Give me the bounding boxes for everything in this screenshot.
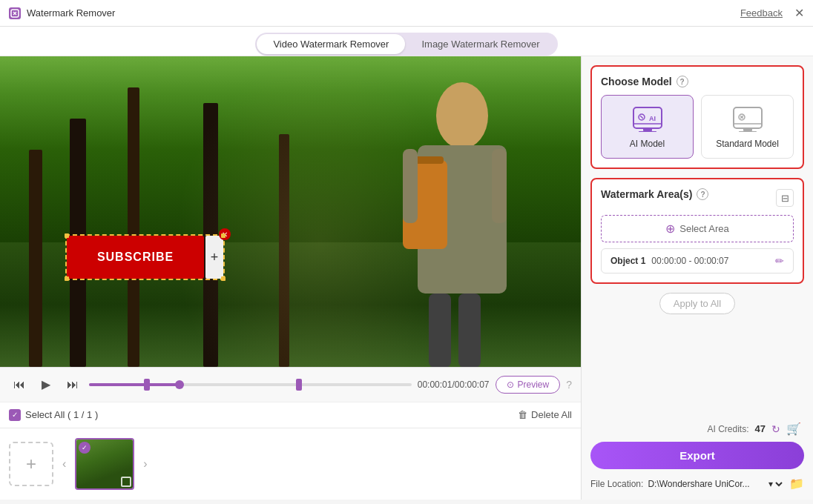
- delete-area-button[interactable]: ⊟: [776, 189, 794, 207]
- select-area-icon: ⊕: [665, 222, 675, 236]
- svg-rect-10: [458, 294, 481, 367]
- clip-corners-icon: [121, 477, 131, 487]
- tabs-container: Video Watermark Remover Image Watermark …: [0, 27, 813, 56]
- watermark-inner: SUBSCRIBE + ✕: [65, 234, 225, 280]
- svg-rect-17: [639, 131, 656, 132]
- svg-rect-24: [739, 131, 757, 132]
- ai-model-icon: AI: [630, 105, 665, 134]
- svg-rect-9: [429, 294, 451, 367]
- svg-rect-23: [743, 127, 752, 131]
- app-title: Watermark Remover: [27, 7, 115, 19]
- svg-rect-8: [492, 149, 507, 223]
- progress-thumb[interactable]: [175, 380, 184, 389]
- clip-check-icon: ✓: [79, 442, 90, 454]
- delete-all-button[interactable]: 🗑 Delete All: [518, 409, 572, 420]
- watermark-section-title: Watermark Area(s) ?: [601, 188, 708, 200]
- model-info-icon[interactable]: ?: [677, 76, 688, 87]
- bottom-panel: AI Credits: 47 ↻ 🛒 Export File Location:…: [590, 422, 804, 491]
- file-location-row: File Location: D:\Wondershare UniCor... …: [590, 477, 804, 491]
- folder-icon[interactable]: 📁: [789, 477, 804, 491]
- video-player: SUBSCRIBE + ✕: [0, 56, 581, 367]
- progress-track: [89, 383, 412, 386]
- corner-handle-tr[interactable]: [221, 233, 226, 238]
- apply-all-button[interactable]: Apply to All: [659, 293, 735, 314]
- tab-pill-group: Video Watermark Remover Image Watermark …: [255, 33, 557, 56]
- svg-rect-11: [633, 107, 662, 128]
- app-title-area: Watermark Remover: [9, 7, 115, 19]
- tab-video-watermark[interactable]: Video Watermark Remover: [257, 34, 405, 54]
- file-location-dropdown[interactable]: ▾: [766, 478, 785, 490]
- right-panel: Choose Model ? AI: [581, 56, 813, 500]
- select-all-checkbox-label[interactable]: ✓ Select All ( 1 / 1 ): [9, 409, 98, 421]
- svg-rect-16: [643, 127, 652, 131]
- step-forward-button[interactable]: ⏭: [62, 374, 83, 395]
- controls-bar: ⏮ ▶ ⏭ 00:00:01/00:00:07 ⊙ Preview ?: [0, 367, 581, 402]
- svg-line-14: [640, 116, 643, 119]
- edit-time-button[interactable]: ✏: [775, 255, 784, 267]
- progress-right-handle[interactable]: [296, 379, 302, 391]
- clip-thumbnail[interactable]: ✓: [75, 438, 134, 490]
- standard-model-icon: [730, 105, 766, 134]
- person-silhouette: [343, 71, 551, 367]
- close-button[interactable]: ✕: [794, 7, 804, 19]
- svg-text:AI: AI: [649, 115, 656, 122]
- step-back-button[interactable]: ⏮: [9, 374, 30, 395]
- file-location-value: D:\Wondershare UniCor...: [648, 479, 761, 489]
- model-section-title: Choose Model ?: [601, 76, 794, 87]
- corner-handle-bl[interactable]: [65, 276, 69, 281]
- play-button[interactable]: ▶: [36, 374, 56, 395]
- standard-model-option[interactable]: Standard Model: [701, 95, 794, 159]
- svg-rect-18: [734, 107, 762, 128]
- add-clip-button[interactable]: +: [9, 442, 53, 486]
- preview-icon: ⊙: [507, 379, 514, 390]
- tab-image-watermark[interactable]: Image Watermark Remover: [405, 34, 556, 54]
- ai-model-label: AI Model: [630, 139, 665, 149]
- progress-bar[interactable]: [89, 377, 412, 392]
- watermark-info-icon[interactable]: ?: [697, 188, 708, 200]
- apply-all-container: Apply to All: [590, 293, 804, 323]
- watermark-content: SUBSCRIBE: [67, 236, 204, 279]
- object-time: 00:00:00 - 00:00:07: [651, 256, 769, 266]
- corner-handle-br[interactable]: [221, 276, 226, 281]
- select-all-row: ✓ Select All ( 1 / 1 ) 🗑 Delete All: [0, 402, 581, 428]
- object-label: Object 1: [610, 256, 645, 266]
- credits-row: AI Credits: 47 ↻ 🛒: [590, 422, 804, 436]
- video-section: SUBSCRIBE + ✕ ⏮ ▶ ⏭: [0, 56, 581, 500]
- refresh-credits-icon[interactable]: ↻: [771, 423, 780, 435]
- clips-bar: + ‹ ✓ ›: [0, 428, 581, 500]
- subscribe-text: SUBSCRIBE: [97, 251, 174, 264]
- tree-trunk-1: [29, 150, 42, 367]
- standard-model-label: Standard Model: [716, 139, 779, 149]
- clips-next-button[interactable]: ›: [140, 454, 150, 474]
- select-all-checkbox[interactable]: ✓: [9, 409, 21, 421]
- progress-left-handle[interactable]: [144, 379, 150, 391]
- corner-handle-tl[interactable]: [65, 233, 69, 238]
- watermark-section-header: Watermark Area(s) ? ⊟: [601, 188, 794, 208]
- export-button[interactable]: Export: [590, 442, 804, 469]
- titlebar: Watermark Remover Feedback ✕: [0, 0, 813, 27]
- select-all-label: Select All ( 1 / 1 ): [25, 409, 98, 420]
- main-area: SUBSCRIBE + ✕ ⏮ ▶ ⏭: [0, 56, 813, 500]
- watermark-area[interactable]: SUBSCRIBE + ✕: [65, 234, 225, 280]
- titlebar-right: Feedback ✕: [740, 7, 804, 19]
- select-area-button[interactable]: ⊕ Select Area: [601, 215, 794, 242]
- help-icon[interactable]: ?: [566, 379, 572, 391]
- file-location-label: File Location:: [590, 479, 643, 489]
- cart-icon[interactable]: 🛒: [786, 422, 801, 436]
- delete-icon: 🗑: [518, 409, 527, 420]
- feedback-link[interactable]: Feedback: [740, 7, 783, 19]
- model-section: Choose Model ? AI: [590, 65, 804, 169]
- clips-prev-button[interactable]: ‹: [59, 454, 69, 474]
- time-display: 00:00:01/00:00:07: [418, 379, 490, 390]
- preview-button[interactable]: ⊙ Preview: [496, 376, 561, 394]
- watermark-plus-icon: +: [205, 236, 223, 279]
- credits-label: AI Credits:: [708, 424, 749, 434]
- app-icon: [9, 7, 21, 19]
- watermark-area-section: Watermark Area(s) ? ⊟ ⊕ Select Area Obje…: [590, 178, 804, 284]
- credits-value: 47: [755, 423, 766, 434]
- video-background: [0, 56, 581, 367]
- svg-rect-7: [403, 149, 418, 223]
- ai-model-option[interactable]: AI AI Model: [601, 95, 694, 159]
- tree-trunk-3: [128, 87, 139, 367]
- model-options: AI AI Model: [601, 95, 794, 159]
